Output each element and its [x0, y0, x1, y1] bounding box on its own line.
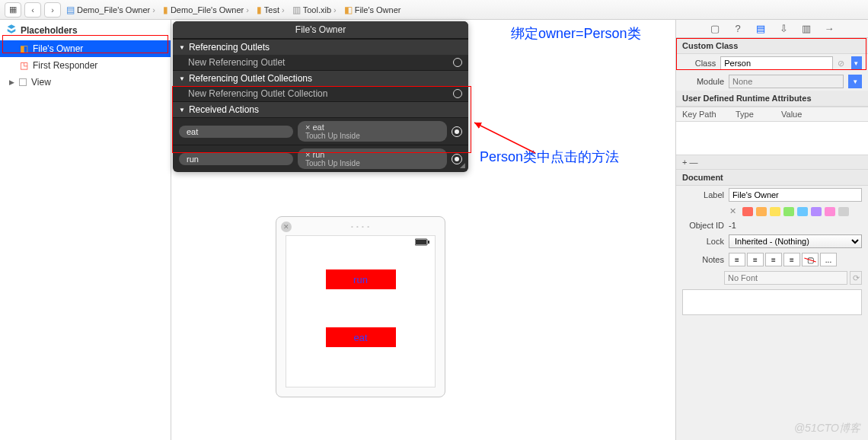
resize-handle-icon[interactable]: ◢ — [460, 161, 465, 169]
connection-outlet-icon[interactable] — [452, 126, 462, 137]
module-field-row: Module ▾ — [676, 72, 868, 91]
disclosure-triangle-icon: ▼ — [179, 75, 185, 82]
outline-item-label: First Responder — [33, 60, 97, 71]
file-inspector-tab-icon[interactable]: ▢ — [708, 22, 722, 36]
action-target: × runTouch Up Inside — [298, 148, 447, 169]
section-custom-class: Custom Class — [676, 38, 868, 54]
breadcrumb-item[interactable]: ▥ Tool.xib› — [290, 5, 339, 15]
runtime-attrs-header: Key PathTypeValue — [676, 107, 868, 122]
outline-item-files-owner[interactable]: ◧ File's Owner — [0, 40, 171, 57]
related-items-button[interactable]: ▦ — [5, 2, 21, 18]
connections-title: File's Owner — [173, 21, 468, 39]
outline-item-first-responder[interactable]: ◳ First Responder — [0, 57, 171, 74]
breadcrumb-label: Tool.xib — [303, 5, 331, 14]
notes-format-row: Notes ≡ ≡ ≡ ≡ ▢ ... — [676, 250, 868, 269]
connections-inspector-tab-icon[interactable]: → — [822, 22, 836, 36]
color-swatch[interactable] — [756, 207, 767, 216]
chevron-right-icon: › — [246, 5, 249, 14]
inspector-tabs: ▢ ? ▤ ⇩ ▥ → — [676, 20, 868, 38]
breadcrumb-label: File's Owner — [355, 5, 401, 14]
disclosure-triangle-icon[interactable]: ▶ — [9, 78, 14, 86]
clear-icon[interactable]: ⊘ — [838, 59, 846, 69]
connections-row[interactable]: New Referencing Outlet Collection — [173, 86, 468, 101]
outline-item-view[interactable]: ▶ View — [0, 74, 171, 91]
outline-section-header: Placeholders — [0, 20, 171, 40]
annotation-text: 绑定owner=Person类 — [511, 24, 641, 43]
device-screen: run eat — [286, 235, 436, 387]
font-row: ⟳ — [676, 269, 868, 287]
label-field-row: Label — [676, 186, 868, 204]
canvas-area: File's Owner ▼Referencing Outlets New Re… — [171, 20, 675, 440]
action-name: run — [179, 153, 293, 165]
color-swatch[interactable] — [742, 207, 753, 216]
breadcrumb-item[interactable]: ◧ File's Owner — [342, 5, 404, 15]
breadcrumb-item[interactable]: ▮ Test› — [254, 5, 287, 15]
connection-outlet-icon[interactable] — [453, 89, 462, 98]
size-inspector-tab-icon[interactable]: ▥ — [799, 22, 813, 36]
breadcrumb-item[interactable]: ▮ Demo_File's Owner› — [161, 5, 251, 15]
color-swatch[interactable] — [770, 207, 780, 216]
inspector-panel: ▢ ? ▤ ⇩ ▥ → Custom Class Class ⊘ ▾ Modul… — [675, 20, 868, 440]
no-color-icon[interactable]: ✕ — [729, 206, 736, 216]
outline-panel: Placeholders ◧ File's Owner ◳ First Resp… — [0, 20, 171, 440]
breadcrumb-item[interactable]: ▤ Demo_File's Owner› — [64, 5, 158, 15]
connections-action-row[interactable]: run × runTouch Up Inside — [173, 145, 468, 172]
first-responder-icon: ◳ — [18, 60, 29, 71]
chevron-right-icon: › — [282, 5, 285, 14]
class-input[interactable] — [720, 56, 833, 70]
class-dropdown-button[interactable]: ▾ — [851, 56, 862, 70]
font-picker-button[interactable]: ⟳ — [850, 271, 862, 285]
attributes-inspector-tab-icon[interactable]: ⇩ — [777, 22, 790, 36]
color-swatch[interactable] — [811, 207, 822, 216]
label-input[interactable] — [729, 188, 862, 202]
view-icon — [19, 78, 27, 86]
toolbar: ▦ ‹ › ▤ Demo_File's Owner› ▮ Demo_File's… — [0, 0, 868, 20]
outline-item-label: File's Owner — [33, 43, 83, 54]
drag-handle-icon[interactable]: • • • • — [351, 223, 370, 230]
class-label: Class — [682, 59, 716, 68]
annotation-arrow-icon — [471, 119, 539, 159]
connection-outlet-icon[interactable] — [453, 58, 462, 67]
disclosure-triangle-icon: ▼ — [179, 44, 185, 51]
project-icon: ▤ — [66, 5, 75, 15]
color-swatch[interactable] — [797, 207, 808, 216]
module-input[interactable] — [729, 75, 844, 88]
connections-row[interactable]: New Referencing Outlet — [173, 55, 468, 70]
run-button[interactable]: run — [326, 269, 396, 289]
connections-action-row[interactable]: eat × eatTouch Up Inside — [173, 117, 468, 145]
notes-textarea[interactable] — [682, 289, 862, 315]
align-center-button[interactable]: ≡ — [747, 253, 764, 266]
lock-select[interactable]: Inherited - (Nothing) — [729, 234, 862, 248]
watermark: @51CTO博客 — [794, 422, 860, 435]
action-name: eat — [179, 126, 293, 138]
section-runtime-attrs: User Defined Runtime Attributes — [676, 91, 868, 107]
help-inspector-tab-icon[interactable]: ? — [731, 22, 745, 36]
identity-inspector-tab-icon[interactable]: ▤ — [754, 22, 767, 36]
color-swatch[interactable] — [783, 207, 794, 216]
device-preview: ✕ • • • • run eat — [276, 216, 445, 397]
outline-item-label: View — [31, 77, 51, 88]
back-button[interactable]: ‹ — [24, 2, 41, 18]
add-remove-buttons[interactable]: + — — [676, 155, 868, 170]
disclosure-triangle-icon: ▼ — [179, 107, 185, 113]
close-icon[interactable]: ✕ — [281, 222, 292, 232]
battery-icon — [415, 238, 430, 247]
font-input[interactable] — [724, 271, 847, 285]
no-style-button[interactable]: ▢ — [802, 253, 819, 266]
align-right-button[interactable]: ≡ — [765, 253, 782, 266]
more-button[interactable]: ... — [820, 253, 837, 266]
color-swatch[interactable] — [825, 207, 835, 216]
runtime-attrs-table[interactable] — [676, 122, 868, 155]
align-left-button[interactable]: ≡ — [729, 253, 745, 266]
color-swatch[interactable] — [838, 207, 849, 216]
connections-section-header[interactable]: ▼Referencing Outlets — [173, 39, 468, 55]
module-dropdown-button[interactable]: ▾ — [848, 75, 862, 88]
eat-button[interactable]: eat — [326, 327, 396, 347]
object-id-value: -1 — [729, 221, 862, 230]
forward-button[interactable]: › — [44, 2, 61, 18]
connections-section-header[interactable]: ▼Received Actions — [173, 101, 468, 117]
section-document: Document — [676, 170, 868, 186]
cube-icon: ◧ — [18, 43, 29, 54]
align-justify-button[interactable]: ≡ — [783, 253, 800, 266]
connections-section-header[interactable]: ▼Referencing Outlet Collections — [173, 70, 468, 86]
